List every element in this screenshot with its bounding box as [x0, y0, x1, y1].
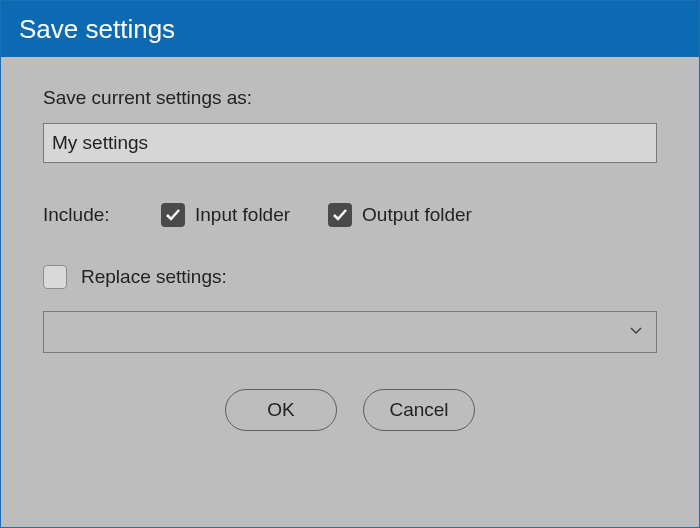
ok-button-label: OK — [267, 399, 294, 421]
check-icon — [328, 203, 352, 227]
dialog-body: Save current settings as: Include: Input… — [1, 57, 699, 527]
settings-name-input[interactable] — [43, 123, 657, 163]
titlebar: Save settings — [1, 1, 699, 57]
input-folder-label: Input folder — [195, 204, 290, 226]
output-folder-label: Output folder — [362, 204, 472, 226]
button-row: OK Cancel — [43, 389, 657, 431]
include-label: Include: — [43, 204, 151, 226]
replace-checkbox[interactable] — [43, 265, 67, 289]
input-folder-checkbox[interactable]: Input folder — [161, 203, 290, 227]
cancel-button-label: Cancel — [389, 399, 448, 421]
chevron-down-icon — [628, 321, 644, 343]
replace-select[interactable] — [43, 311, 657, 353]
replace-select-wrap — [43, 311, 657, 353]
save-settings-dialog: Save settings Save current settings as: … — [0, 0, 700, 528]
replace-label: Replace settings: — [81, 266, 227, 288]
ok-button[interactable]: OK — [225, 389, 337, 431]
check-icon — [161, 203, 185, 227]
save-as-label: Save current settings as: — [43, 87, 657, 109]
output-folder-checkbox[interactable]: Output folder — [328, 203, 472, 227]
cancel-button[interactable]: Cancel — [363, 389, 475, 431]
dialog-title: Save settings — [19, 14, 175, 45]
include-row: Include: Input folder Output folder — [43, 203, 657, 227]
replace-row: Replace settings: — [43, 265, 657, 289]
